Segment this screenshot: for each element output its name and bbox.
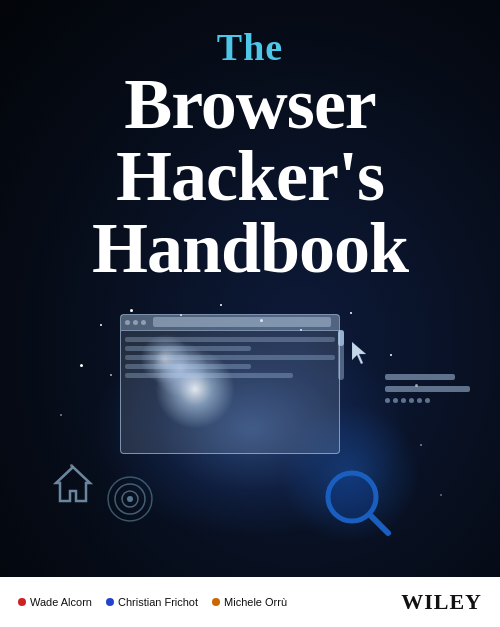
particle [350, 312, 352, 314]
browser-titlebar [121, 315, 339, 331]
form-dot [425, 398, 430, 403]
svg-point-5 [127, 496, 133, 502]
browser-dot [133, 320, 138, 325]
browser-line [125, 364, 251, 369]
magnifier-icon [320, 465, 395, 544]
browser-dot [125, 320, 130, 325]
form-bar-dots [385, 398, 470, 404]
home-icon [52, 463, 94, 509]
form-dot [385, 398, 390, 403]
form-bar [385, 386, 470, 392]
author-bullet-3 [212, 598, 220, 606]
form-dot [393, 398, 398, 403]
title-browser: Browser [92, 68, 408, 140]
browser-line [125, 355, 335, 360]
author-item-2: Christian Frichot [106, 596, 198, 608]
form-dot [401, 398, 406, 403]
particle [220, 304, 222, 306]
author-item-1: Wade Alcorn [18, 596, 92, 608]
author-name-1: Wade Alcorn [30, 596, 92, 608]
title-handbook: Handbook [92, 212, 408, 284]
title-area: The Browser Hacker's Handbook [92, 0, 408, 284]
browser-line [125, 373, 293, 378]
form-dot [409, 398, 414, 403]
browser-line [125, 346, 251, 351]
particle [420, 444, 422, 446]
form-bars [385, 374, 470, 410]
title-the: The [92, 28, 408, 68]
wifi-icon [105, 474, 155, 524]
form-dot [417, 398, 422, 403]
author-name-3: Michele Orrù [224, 596, 287, 608]
browser-urlbar [153, 317, 331, 327]
author-name-2: Christian Frichot [118, 596, 198, 608]
browser-line [125, 337, 335, 342]
particle [80, 364, 83, 367]
author-bullet-1 [18, 598, 26, 606]
book-cover: The Browser Hacker's Handbook [0, 0, 500, 627]
particle [390, 354, 392, 356]
author-item-3: Michele Orrù [212, 596, 287, 608]
authors-list: Wade Alcorn Christian Frichot Michele Or… [18, 596, 301, 608]
author-bullet-2 [106, 598, 114, 606]
form-bar [385, 374, 455, 380]
particle [130, 309, 133, 312]
title-hackers: Hacker's [92, 140, 408, 212]
particle [60, 414, 62, 416]
particle [100, 324, 102, 326]
svg-marker-0 [352, 342, 366, 364]
cursor-icon [352, 342, 370, 368]
particle [110, 374, 112, 376]
scrollbar-thumb [338, 330, 344, 346]
authors-bar: Wade Alcorn Christian Frichot Michele Or… [0, 577, 500, 627]
illustration [0, 294, 500, 564]
browser-window [120, 314, 340, 454]
browser-body [121, 331, 339, 388]
wiley-logo: WILEY [401, 589, 482, 615]
svg-marker-1 [56, 467, 90, 501]
particle [440, 494, 442, 496]
svg-line-7 [370, 515, 388, 533]
browser-dot [141, 320, 146, 325]
